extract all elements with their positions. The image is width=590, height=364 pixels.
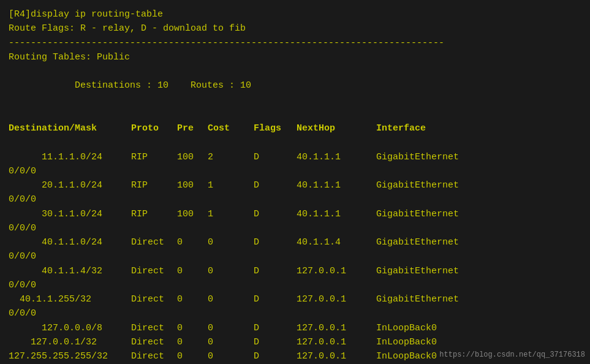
col-flags: Flags	[254, 121, 297, 135]
separator-line: ----------------------------------------…	[9, 36, 581, 50]
table-row: 127.0.0.1/32Direct00D127.0.0.1InLoopBack…	[9, 335, 581, 349]
col-destination: Destination/Mask	[9, 121, 131, 135]
col-pre: Pre	[177, 121, 208, 135]
destinations-routes-line: Destinations : 10 Routes : 10	[9, 64, 581, 107]
blank-line	[9, 107, 581, 121]
table-row: 20.1.1.0/24RIP1001D40.1.1.1GigabitEthern…	[9, 178, 581, 207]
routes-label: Routes : 10	[191, 80, 251, 91]
col-nexthop: NextHop	[297, 121, 376, 135]
table-row: 30.1.1.0/24RIP1001D40.1.1.1GigabitEthern…	[9, 207, 581, 236]
col-interface: Interface	[376, 123, 426, 134]
command-line: [R4]display ip routing-table	[9, 7, 581, 21]
routing-table-section: Destination/MaskProtoPreCostFlagsNextHop…	[9, 121, 581, 364]
table-row: 40.1.1.255/32Direct00D127.0.0.1GigabitEt…	[9, 292, 581, 321]
watermark: https://blog.csdn.net/qq_37176318	[439, 351, 585, 359]
table-row: 127.0.0.0/8Direct00D127.0.0.1InLoopBack0	[9, 321, 581, 335]
col-cost: Cost	[208, 121, 254, 135]
column-header-row: Destination/MaskProtoPreCostFlagsNextHop…	[9, 121, 581, 135]
blank-line2	[9, 135, 581, 150]
flags-line: Route Flags: R - relay, D - download to …	[9, 21, 581, 36]
col-proto: Proto	[131, 121, 177, 135]
routing-tables-label: Routing Tables: Public	[9, 50, 581, 64]
table-row: 11.1.1.0/24RIP1002D40.1.1.1GigabitEthern…	[9, 150, 581, 179]
table-row: 40.1.1.0/24Direct00D40.1.1.4GigabitEther…	[9, 235, 581, 264]
table-row: 40.1.1.4/32Direct00D127.0.0.1GigabitEthe…	[9, 264, 581, 293]
destinations-label: Destinations : 10	[31, 80, 168, 91]
terminal-window: [R4]display ip routing-table Route Flags…	[9, 7, 581, 364]
